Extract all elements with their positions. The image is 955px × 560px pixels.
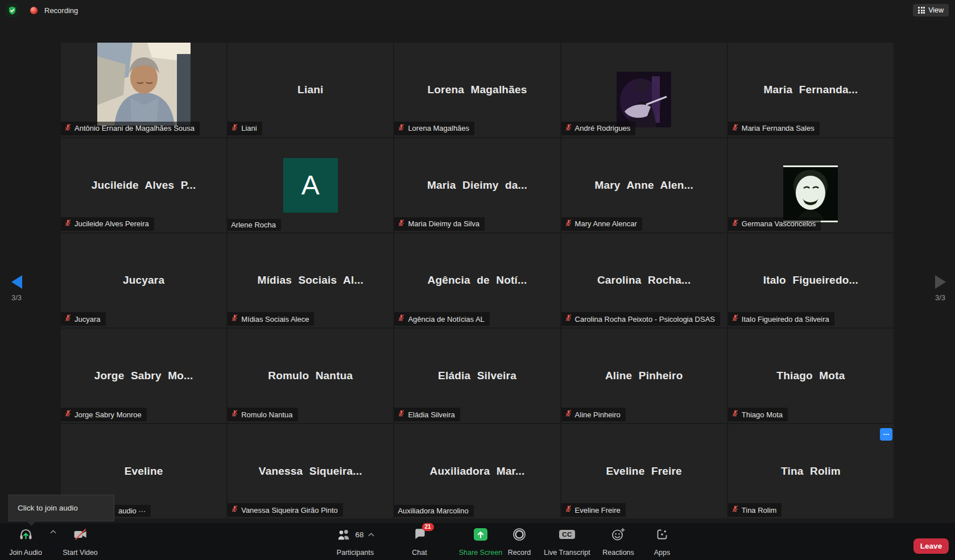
participant-label-text: André Rodrigues [575, 124, 631, 132]
participant-label-text: Liani [241, 124, 257, 132]
participants-count: 68 [355, 530, 363, 539]
participant-tile[interactable]: Antônio Ernani de Magalhães Sousa [61, 43, 226, 137]
mic-muted-icon [398, 219, 405, 229]
apps-label: Apps [654, 549, 671, 557]
mic-muted-icon [231, 505, 238, 515]
participant-label-text: Arlene Rocha [231, 221, 276, 229]
grid-view-icon [918, 7, 925, 14]
apps-button[interactable]: Apps [644, 526, 680, 557]
participant-tile[interactable]: Aline Pinheiro Aline Pinheiro [561, 329, 727, 423]
participant-tile[interactable]: Lorena Magalhães Lorena Magalhães [394, 43, 560, 137]
participant-name-label: Vanessa Siqueira Girão Pinto [228, 503, 343, 517]
audio-options-caret[interactable] [49, 530, 57, 560]
participant-name-label: Agência de Notícias AL [394, 312, 489, 326]
participants-button[interactable]: 68 Participants [320, 526, 391, 557]
mic-muted-icon [731, 505, 739, 515]
more-options-button[interactable]: ... [880, 428, 892, 441]
participant-label-text: Jorge Sabry Monroe [75, 410, 142, 419]
participant-name-label: Aline Pinheiro [561, 408, 626, 421]
participant-tile[interactable]: Carolina Rocha... Carolina Rocha Peixoto… [561, 234, 727, 328]
caret-up-icon [50, 530, 56, 534]
mic-muted-icon [731, 123, 739, 134]
tooltip-text: Click to join audio [18, 504, 78, 512]
view-button[interactable]: View [913, 4, 949, 16]
participant-label-text: Maria Fernanda Sales [742, 124, 815, 132]
participant-name-label: Jucileide Alves Pereira [61, 217, 154, 231]
live-transcript-button[interactable]: CC Live Transcript [534, 526, 601, 557]
participant-tile[interactable]: Vanessa Siqueira... Vanessa Siqueira Gir… [228, 424, 393, 518]
apps-icon [655, 526, 669, 542]
mic-muted-icon [64, 409, 72, 420]
participant-tile[interactable]: Agência de Notí... Agência de Notícias A… [394, 234, 560, 328]
caret-up-icon[interactable] [368, 533, 374, 537]
mic-muted-icon [64, 314, 72, 324]
mic-muted-icon [231, 123, 238, 134]
participant-tile[interactable]: A Arlene Rocha [228, 138, 393, 233]
participant-label-text: Vanessa Siqueira Girão Pinto [241, 506, 338, 515]
participant-label-text: Romulo Nantua [241, 410, 292, 419]
next-page-arrow[interactable] [935, 275, 946, 289]
join-audio-label: Join Audio [9, 549, 42, 557]
participant-name-label: audio ··· [115, 505, 151, 517]
recording-dot-icon [30, 7, 38, 14]
participant-label-text: Mídias Sociais Alece [241, 315, 309, 323]
headphones-join-audio-icon [18, 526, 34, 542]
participant-tile[interactable]: Romulo Nantua Romulo Nantua [228, 329, 393, 423]
participant-label-text: Maria Dieimy da Silva [408, 219, 479, 228]
join-audio-button[interactable]: Join Audio [3, 526, 48, 557]
participant-name-label: Jorge Sabry Monroe [61, 408, 147, 421]
participant-tile[interactable]: Eveline Freire Eveline Freire [561, 424, 727, 518]
participant-tile[interactable]: Jucileide Alves P... Jucileide Alves Per… [61, 138, 226, 233]
participant-label-text: Antônio Ernani de Magalhães Sousa [75, 124, 195, 132]
leave-button[interactable]: Leave [913, 538, 949, 554]
participant-name-label: Italo Figueiredo da Silveira [728, 312, 834, 326]
participant-name-label: Eveline Freire [561, 503, 626, 517]
participant-tile[interactable]: Eládia Silveira Eládia Silveira [394, 329, 560, 423]
participant-tile[interactable]: Liani Liani [228, 43, 393, 137]
chat-button[interactable]: 21 Chat [398, 526, 441, 557]
participant-tile[interactable]: Jorge Sabry Mo... Jorge Sabry Monroe [61, 329, 226, 423]
participant-name-label: Carolina Rocha Peixoto - Psicologia DSAS [561, 312, 720, 326]
mic-muted-icon [731, 219, 739, 229]
meeting-toolbar: Join Audio Start Video 68 Participants [0, 523, 955, 560]
participant-tile[interactable]: Mary Anne Alen... Mary Anne Alencar [561, 138, 727, 233]
participant-label-text: Jucyara [75, 315, 101, 323]
participant-name-label: Germana Vasconcelos [728, 217, 821, 231]
participant-tile[interactable]: Auxiliadora Mar... Auxiliadora Marcolino [394, 424, 560, 518]
previous-page-arrow[interactable] [11, 275, 22, 289]
participant-name-label: Mary Anne Alencar [561, 217, 642, 231]
participant-label-text: Jucileide Alves Pereira [75, 219, 149, 228]
participant-tile[interactable]: Maria Fernanda... Maria Fernanda Sales [728, 43, 894, 137]
cc-icon: CC [559, 526, 575, 542]
join-audio-tooltip: Click to join audio [9, 495, 114, 521]
participant-name-label: Jucyara [61, 312, 106, 326]
participant-tile[interactable]: André Rodrigues [561, 43, 727, 137]
participant-tile[interactable]: Maria Dieimy da... Maria Dieimy da Silva [394, 138, 560, 233]
participants-label: Participants [337, 549, 374, 557]
participant-tile[interactable]: Mídias Sociais Al... Mídias Sociais Alec… [228, 234, 393, 328]
participant-label-text: Eládia Silveira [408, 410, 454, 419]
participant-tile[interactable]: Thiago Mota Thiago Mota [728, 329, 894, 423]
participant-tile[interactable]: Italo Figueiredo... Italo Figueiredo da … [728, 234, 894, 328]
camera-off-icon [73, 526, 88, 542]
mic-muted-icon [565, 219, 572, 229]
start-video-button[interactable]: Start Video [57, 526, 104, 557]
participant-label-text: Thiago Mota [742, 410, 783, 419]
participant-label-text: Germana Vasconcelos [742, 219, 816, 228]
mic-muted-icon [731, 314, 739, 324]
reactions-smiley-plus-icon [611, 526, 626, 542]
reactions-label: Reactions [602, 549, 634, 557]
participant-tile[interactable]: Tina Rolim Tina Rolim ... [728, 424, 894, 518]
participant-name-label: André Rodrigues [561, 122, 636, 135]
participant-label-text: Agência de Notícias AL [408, 315, 484, 323]
share-screen-icon [473, 526, 488, 542]
mic-muted-icon [231, 314, 238, 324]
security-shield-icon[interactable] [5, 3, 19, 17]
participant-tile[interactable]: Jucyara Jucyara [61, 234, 226, 328]
mic-muted-icon [64, 219, 72, 229]
participant-tile[interactable]: Germana Vasconcelos [728, 138, 894, 233]
reactions-button[interactable]: Reactions [592, 526, 644, 557]
recording-label: Recording [44, 6, 78, 15]
participant-label-text: Carolina Rocha Peixoto - Psicologia DSAS [575, 315, 715, 323]
participant-name-label: Romulo Nantua [228, 408, 297, 421]
